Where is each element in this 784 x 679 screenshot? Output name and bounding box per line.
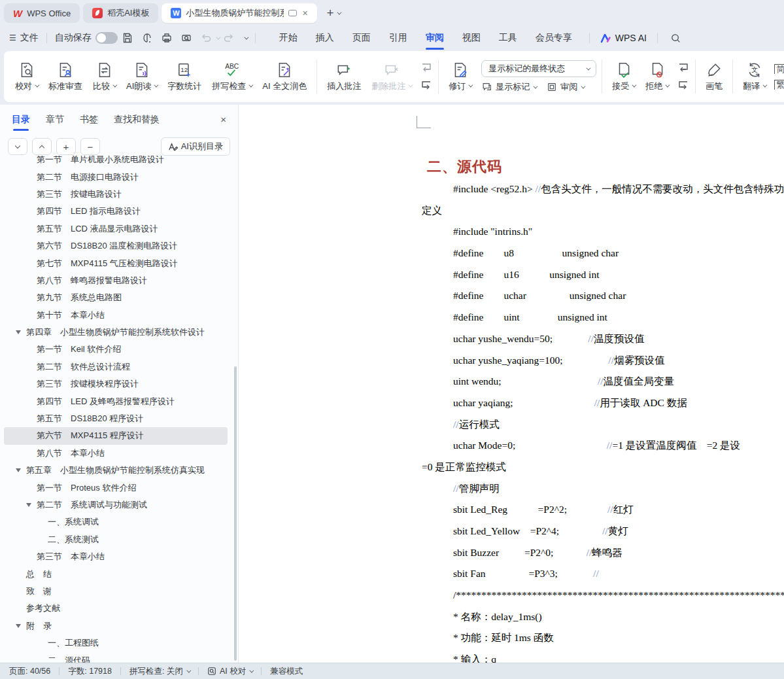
toc-item[interactable]: 一、工程图纸 — [4, 635, 228, 652]
ai-recognize-toc-button[interactable]: AI识别目录 — [161, 137, 230, 156]
standard-review-button[interactable]: 标准审查 — [44, 59, 87, 95]
print-preview-icon[interactable] — [179, 31, 194, 45]
word-count-indicator[interactable]: 字数: 17918 — [68, 666, 112, 677]
expand-all-button[interactable] — [32, 138, 52, 155]
export-pdf-icon[interactable] — [140, 31, 154, 45]
menu-tab-引用[interactable]: 引用 — [380, 28, 417, 48]
accept-button[interactable]: 接受 — [607, 59, 639, 95]
increase-level-button[interactable]: + — [56, 138, 76, 155]
ai-read-button[interactable]: AI朗读 — [122, 59, 162, 95]
toc-item[interactable]: 致 谢 — [4, 583, 228, 600]
toc-item[interactable]: 二、源代码 — [4, 652, 228, 663]
search-icon[interactable] — [668, 31, 683, 45]
tab-list-chevron-icon[interactable] — [337, 10, 341, 14]
toc-item[interactable]: 第七节 MXP4115 气压检测电路设计 — [4, 254, 228, 271]
to-simplified-button[interactable]: 繁 转简 — [774, 78, 784, 90]
toc-item[interactable]: 第六节 DS18B20 温度检测电路设计 — [4, 237, 228, 254]
toc-item[interactable]: 参考文献 — [4, 600, 228, 617]
menu-tab-会员专享[interactable]: 会员专享 — [526, 28, 581, 48]
file-menu-button[interactable]: ☰ 文件 — [9, 32, 39, 44]
next-change-icon[interactable] — [677, 80, 690, 92]
toc-item[interactable]: 第四节 LED 及蜂鸣器报警程序设计 — [4, 392, 228, 409]
toc-item[interactable]: 第一节 Proteus 软件介绍 — [4, 479, 228, 496]
window-mode-icon[interactable] — [288, 10, 297, 16]
print-icon[interactable] — [160, 31, 174, 45]
toc-item[interactable]: 第一节 Keil 软件介绍 — [4, 341, 228, 358]
toc-item[interactable]: 第一节 单片机最小系统电路设计 — [4, 156, 228, 168]
translate-button[interactable]: 文 翻译 — [738, 59, 770, 95]
sidebar-tab-目录[interactable]: 目录 — [12, 114, 30, 131]
triangle-down-icon[interactable] — [26, 503, 31, 507]
toc-item[interactable]: 第八节 蜂鸣器报警电路设计 — [4, 272, 228, 289]
menu-tab-插入[interactable]: 插入 — [307, 28, 343, 48]
toc-item[interactable]: 第四节 LED 指示电路设计 — [4, 203, 228, 220]
document-canvas[interactable]: 二、源代码 #include <reg52.h> //包含头文件，一般情况不需要… — [239, 105, 784, 663]
ai-polish-button[interactable]: AI 全文润色 — [258, 59, 311, 95]
sidebar-scrollbar[interactable] — [234, 366, 237, 661]
toc-item[interactable]: 附 录 — [4, 618, 228, 635]
autosave-toggle[interactable] — [95, 32, 118, 44]
reject-button[interactable]: 拒绝 — [641, 59, 673, 95]
ai-proofread-status[interactable]: AI 校对 — [207, 666, 252, 677]
new-tab-button[interactable]: + — [327, 6, 334, 20]
compare-button[interactable]: 比较 — [88, 59, 120, 95]
toc-item[interactable]: 第九节 系统总电路图 — [4, 289, 228, 306]
menu-tab-开始[interactable]: 开始 — [270, 28, 307, 48]
save-icon[interactable] — [120, 31, 135, 45]
toc-item[interactable]: 第三节 按键电路设计 — [4, 186, 228, 203]
page-indicator[interactable]: 页面: 40/56 — [9, 666, 50, 677]
sidebar-tab-章节[interactable]: 章节 — [46, 114, 64, 131]
close-sidebar-icon[interactable]: × — [220, 114, 226, 125]
toc-item[interactable]: 第五节 LCD 液晶显示电路设计 — [4, 220, 228, 237]
sidebar-tab-书签[interactable]: 书签 — [80, 114, 98, 131]
tab-wps-office[interactable]: W WPS Office — [4, 3, 80, 23]
insert-comment-button[interactable]: 插入批注 — [322, 59, 366, 95]
more-quick-actions-chevron-icon[interactable] — [244, 35, 248, 39]
markup-state-dropdown[interactable]: 显示标记的最终状态 — [481, 60, 596, 77]
menu-tab-页面[interactable]: 页面 — [343, 28, 380, 48]
toc-item[interactable]: 第八节 本章小结 — [4, 445, 228, 462]
collapse-all-button[interactable] — [8, 138, 27, 155]
track-changes-button[interactable]: 修订 — [444, 59, 476, 95]
sidebar-tab-查找和替换[interactable]: 查找和替换 — [114, 114, 160, 131]
previous-comment-icon[interactable] — [420, 62, 433, 74]
menu-tab-视图[interactable]: 视图 — [453, 28, 490, 48]
delete-comment-button[interactable]: 删除批注 — [367, 59, 416, 95]
toc-item[interactable]: 第二节 系统调试与功能测试 — [4, 496, 228, 514]
previous-change-icon[interactable] — [677, 62, 690, 74]
triangle-down-icon[interactable] — [16, 468, 21, 472]
toc-item[interactable]: 第三节 按键模块程序设计 — [4, 375, 228, 392]
toc-item[interactable]: 第四章 小型生物质锅炉节能控制系统软件设计 — [4, 324, 228, 341]
word-count-button[interactable]: 12 字数统计 — [163, 59, 206, 95]
triangle-down-icon[interactable] — [16, 624, 21, 628]
reviewers-button[interactable]: 审阅 — [547, 81, 584, 93]
toc-item[interactable]: 第二节 电源接口电路设计 — [4, 168, 228, 185]
redo-icon[interactable] — [222, 31, 236, 45]
next-comment-icon[interactable] — [420, 80, 433, 92]
toc-item[interactable]: 第六节 MXP4115 程序设计 — [4, 427, 228, 444]
toc-item[interactable]: 二、系统测试 — [4, 531, 228, 548]
toc-item[interactable]: 一、系统调试 — [4, 514, 228, 531]
toc-item[interactable]: 第三节 本章小结 — [4, 548, 228, 565]
to-traditional-button[interactable]: 简 转繁 — [774, 63, 784, 75]
wps-ai-button[interactable]: WPS AI — [600, 33, 647, 43]
brush-button[interactable]: 画笔 — [701, 59, 727, 95]
tab-document-active[interactable]: W 小型生物质锅炉节能控制系统 × — [162, 3, 316, 23]
undo-history-chevron-icon[interactable] — [216, 35, 220, 39]
toc-item[interactable]: 第五章 小型生物质锅炉节能控制系统仿真实现 — [4, 462, 228, 479]
menu-tab-审阅[interactable]: 审阅 — [417, 28, 453, 48]
proofread-button[interactable]: 校对 — [10, 59, 43, 95]
toc-item[interactable]: 第二节 软件总设计流程 — [4, 358, 228, 375]
tab-docer-ai-template[interactable]: 稻壳AI模板 — [83, 3, 158, 23]
close-tab-icon[interactable]: × — [302, 9, 307, 18]
spell-check-status[interactable]: 拼写检查: 关闭 — [129, 666, 190, 677]
decrease-level-button[interactable]: − — [80, 138, 100, 155]
menu-tab-工具[interactable]: 工具 — [490, 28, 526, 48]
show-markup-button[interactable]: 显示标记 — [481, 81, 536, 93]
toc-item[interactable]: 第十节 本章小结 — [4, 307, 228, 324]
toc-item[interactable]: 第五节 DS18B20 程序设计 — [4, 410, 228, 427]
triangle-down-icon[interactable] — [16, 330, 21, 334]
toc-item[interactable]: 总 结 — [4, 565, 228, 582]
spell-check-button[interactable]: ABC 拼写检查 — [207, 59, 256, 95]
undo-icon[interactable] — [199, 31, 213, 45]
